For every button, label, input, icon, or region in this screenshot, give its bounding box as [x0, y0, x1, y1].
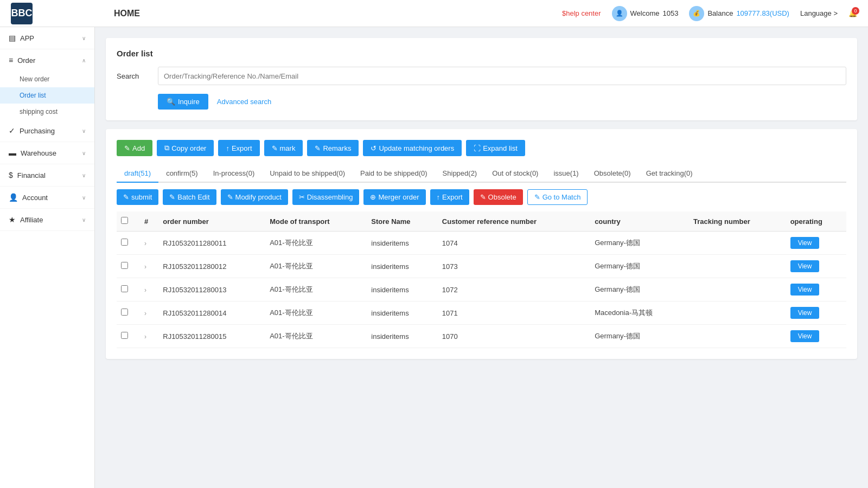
tab-unpaid[interactable]: Unpaid to be shipped(0)	[262, 165, 353, 183]
tab-paid[interactable]: Paid to be shipped(0)	[353, 165, 435, 183]
expand-list-button[interactable]: ⛶ Expand list	[466, 140, 525, 156]
affiliate-icon: ★	[9, 215, 16, 224]
order-tabs: draft(51) confirm(5) In-process(0) Unpai…	[117, 165, 846, 183]
modify-product-button[interactable]: ✎ Modify product	[221, 189, 288, 205]
header: BBC HOME $help center 👤 Welcome 1053 💰 B…	[0, 0, 868, 27]
sidebar-item-app[interactable]: ▤ APP ∨	[0, 27, 94, 49]
language-button[interactable]: Language >	[800, 9, 838, 17]
expand-row-btn[interactable]: ›	[144, 240, 146, 247]
advanced-search-link[interactable]: Advanced search	[217, 98, 271, 106]
disassembling-icon: ✂	[299, 193, 305, 201]
sidebar-item-account[interactable]: 👤 Account ∨	[0, 187, 94, 209]
sidebar-sub-shipping-cost[interactable]: shipping cost	[0, 104, 94, 120]
search-input[interactable]	[158, 67, 846, 85]
view-button[interactable]: View	[790, 307, 820, 319]
tab-in-process[interactable]: In-process(0)	[206, 165, 263, 183]
balance-value: 109777.83(USD)	[736, 9, 789, 17]
expand-row-btn[interactable]: ›	[144, 310, 146, 317]
remarks-icon: ✎	[315, 144, 321, 152]
tab-confirm[interactable]: confirm(5)	[158, 165, 206, 183]
tab-draft[interactable]: draft(51)	[117, 165, 158, 183]
mark-icon: ✎	[272, 144, 278, 152]
sidebar-item-order[interactable]: ≡ Order ∧	[0, 49, 94, 71]
go-match-icon: ✎	[534, 193, 540, 201]
row-order-number: RJ10532011280013	[158, 278, 265, 301]
row-country: Germany-德国	[590, 232, 689, 255]
sidebar-label-order: Order	[17, 56, 35, 65]
inquire-button[interactable]: 🔍 Inquire	[158, 94, 208, 110]
expand-row-btn[interactable]: ›	[144, 263, 146, 271]
chevron-warehouse: ∨	[82, 150, 86, 156]
tab-obsolete[interactable]: Obsolete(0)	[586, 165, 639, 183]
row-tracking	[689, 255, 786, 278]
expand-row-btn[interactable]: ›	[144, 286, 146, 294]
tab-get-tracking[interactable]: Get tracking(0)	[639, 165, 700, 183]
row-checkbox[interactable]	[117, 301, 140, 325]
view-button[interactable]: View	[790, 330, 820, 342]
remarks-button[interactable]: ✎ Remarks	[307, 140, 359, 156]
submit-button[interactable]: ✎ submit	[117, 189, 158, 205]
merger-order-button[interactable]: ⊕ Merger order	[363, 189, 425, 205]
search-label: Search	[117, 72, 149, 80]
tab-shipped[interactable]: Shipped(2)	[435, 165, 485, 183]
view-button[interactable]: View	[790, 260, 820, 272]
col-transport: Mode of transport	[265, 211, 367, 232]
export-button[interactable]: ↑ Export	[218, 140, 259, 156]
row-checkbox[interactable]	[117, 278, 140, 301]
tab-out-of-stock[interactable]: Out of stock(0)	[484, 165, 546, 183]
col-num: #	[140, 211, 158, 232]
row-num: ›	[140, 278, 158, 301]
batch-edit-button[interactable]: ✎ Batch Edit	[163, 189, 216, 205]
row-checkbox[interactable]	[117, 325, 140, 348]
action-export-button[interactable]: ↑ Export	[430, 189, 469, 205]
export-icon: ↑	[226, 144, 229, 152]
row-select-checkbox[interactable]	[121, 262, 128, 269]
row-operating: View	[786, 255, 846, 278]
sidebar-sub-new-order[interactable]: New order	[0, 71, 94, 87]
chevron-affiliate: ∨	[82, 217, 86, 223]
add-button[interactable]: ✎ Add	[117, 140, 152, 156]
chevron-financial: ∨	[82, 172, 86, 178]
row-select-checkbox[interactable]	[121, 332, 128, 339]
sidebar-item-financial[interactable]: $ Financial ∨	[0, 164, 94, 187]
new-order-label: New order	[20, 75, 49, 83]
obsolete-button[interactable]: ✎ Obsolete	[474, 189, 523, 205]
row-select-checkbox[interactable]	[121, 309, 128, 316]
row-country: Germany-德国	[590, 278, 689, 301]
row-ref-num: 1072	[438, 278, 590, 301]
row-select-checkbox[interactable]	[121, 285, 128, 292]
view-button[interactable]: View	[790, 284, 820, 296]
logo-area: BBC	[11, 3, 103, 24]
copy-order-button[interactable]: ⧉ Copy order	[157, 140, 214, 156]
tab-issue[interactable]: issue(1)	[546, 165, 586, 183]
sidebar-item-affiliate[interactable]: ★ Affiliate ∨	[0, 209, 94, 231]
help-center-link[interactable]: $help center	[562, 9, 601, 17]
copy-icon: ⧉	[164, 144, 169, 152]
notification-button[interactable]: 🔔 0	[848, 9, 857, 17]
col-store: Store Name	[367, 211, 438, 232]
add-icon: ✎	[124, 144, 130, 152]
row-operating: View	[786, 232, 846, 255]
sidebar-item-warehouse[interactable]: ▬ Warehouse ∨	[0, 142, 94, 164]
main-content: Order list Search 🔍 Inquire Advanced sea…	[95, 27, 868, 488]
mark-button[interactable]: ✎ mark	[264, 140, 303, 156]
sidebar-item-purchasing[interactable]: ✓ Purchasing ∨	[0, 120, 94, 142]
search-icon: 🔍	[167, 98, 175, 106]
expand-row-btn[interactable]: ›	[144, 333, 146, 341]
welcome-label: Welcome	[630, 9, 660, 17]
financial-icon: $	[9, 171, 13, 179]
table-row: › RJ10532011280011 A01-哥伦比亚 insideritems…	[117, 232, 846, 255]
select-all-checkbox[interactable]	[121, 217, 128, 224]
user-avatar: 👤	[612, 6, 627, 21]
row-select-checkbox[interactable]	[121, 239, 128, 246]
update-matching-button[interactable]: ↺ Update matching orders	[363, 140, 462, 156]
row-checkbox[interactable]	[117, 232, 140, 255]
toolbar: ✎ Add ⧉ Copy order ↑ Export ✎ mark ✎ R	[117, 140, 846, 156]
sidebar: ▤ APP ∨ ≡ Order ∧ New order Order list s…	[0, 27, 95, 488]
go-match-button[interactable]: ✎ Go to Match	[527, 189, 588, 205]
disassembling-button[interactable]: ✂ Disassembling	[292, 189, 360, 205]
view-button[interactable]: View	[790, 237, 820, 249]
row-checkbox[interactable]	[117, 255, 140, 278]
welcome-id: 1053	[662, 9, 678, 17]
sidebar-sub-order-list[interactable]: Order list	[0, 87, 94, 104]
